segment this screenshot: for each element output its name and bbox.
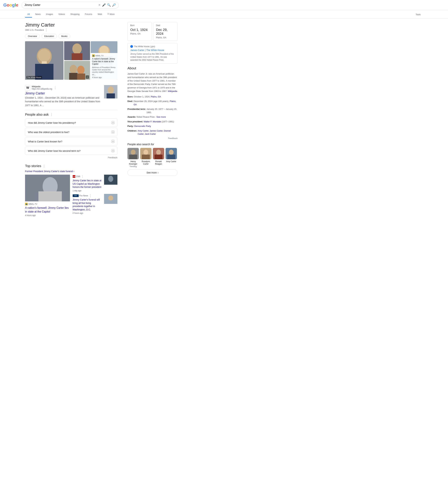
also-search-section: People also search for Henry Kissinger T… — [128, 143, 177, 176]
svg-rect-7 — [72, 53, 82, 60]
awards-label: Awards: — [128, 115, 136, 119]
side-story-1-image[interactable] — [104, 175, 117, 185]
svg-rect-11 — [69, 73, 78, 80]
wh-source: The White House (.gov) — [130, 45, 175, 48]
wiki-more-button[interactable]: ⋮ — [54, 86, 57, 90]
search-button[interactable]: 🔎 — [112, 3, 116, 7]
tab-forums[interactable]: Forums — [82, 11, 95, 17]
paa-chevron-1: ∨ — [111, 121, 115, 124]
news-source-label: 📺 WBAL-TV — [92, 54, 116, 57]
born-label: Born — [130, 24, 149, 27]
children-label: Children: — [128, 129, 137, 136]
side-story-1-title[interactable]: Jimmy Carter lies in state at US Capitol… — [73, 179, 102, 188]
side-story-2-title[interactable]: Jimmy Carter's funeral will bring all fi… — [73, 198, 100, 211]
side-story-2-more[interactable]: ⋮ — [89, 194, 92, 197]
left-column: Jimmy Carter 39th U.S. President ⋮ Overv… — [25, 22, 117, 219]
entity-image-3[interactable]: ⤢ — [64, 61, 90, 80]
svg-rect-35 — [154, 155, 162, 159]
died-card: Died Dec 29, 2024 Plains, GA — [153, 22, 177, 41]
died-label: Died — [156, 24, 175, 27]
tab-all[interactable]: All — [25, 11, 32, 17]
entity-more-button[interactable]: ⋮ — [45, 28, 48, 32]
wbaltv-icon: 📺 — [92, 54, 95, 57]
image-grid: The White House — [25, 41, 117, 80]
awards-see-more-link[interactable]: See more — [157, 116, 166, 118]
main-story-image[interactable] — [25, 175, 70, 201]
pill-overview[interactable]: Overview — [25, 34, 40, 39]
paa-more-button[interactable]: ⋮ — [50, 113, 53, 116]
side-story-1-time: 1 day ago — [73, 189, 103, 192]
paa-item-2[interactable]: Who was the oldest president to live? ∨ — [25, 128, 117, 136]
lens-button[interactable]: 🔍 — [107, 3, 111, 7]
paa-item-3[interactable]: What is Carter best known for? ∨ — [25, 137, 117, 146]
info-row-children: Children: Amy Carter, James Carter, Donn… — [128, 129, 177, 136]
kissinger-tag: Trending — [128, 165, 139, 167]
paa-chevron-4: ∨ — [111, 149, 115, 152]
svg-rect-32 — [142, 155, 150, 159]
party-value: Democratic Party — [134, 124, 151, 128]
paa-item-1[interactable]: How did Jimmy Carter lose his presidency… — [25, 118, 117, 127]
tab-news[interactable]: News — [33, 11, 43, 17]
pill-books[interactable]: Books — [58, 34, 70, 39]
side-story-1-more[interactable]: ⋮ — [81, 175, 84, 178]
tab-web[interactable]: Web — [95, 11, 104, 17]
search-bar: Jimmy Carter ✕ 🎤 🔍 🔎 — [22, 2, 119, 8]
paa-question-3: What is Carter best known for? — [28, 140, 62, 143]
paa-feedback[interactable]: Feedback — [25, 156, 117, 159]
died-field-label: Died: — [128, 100, 133, 106]
party-link[interactable]: Democratic Party — [134, 125, 151, 127]
born-field-value: October 1, 1924, Plains, GA — [134, 95, 161, 98]
tab-images[interactable]: Images — [44, 11, 56, 17]
pill-education[interactable]: Education — [41, 34, 57, 39]
tab-videos[interactable]: Videos — [56, 11, 67, 17]
reagan-name: Ronald Reagan — [153, 160, 164, 165]
entity-news-image[interactable]: 📺 WBAL-TV A nation's farewell: Jimmy Car… — [91, 41, 117, 80]
paa-item-4[interactable]: Who did Jimmy Carter lose his second ter… — [25, 147, 117, 155]
children-value: Amy Carter, James Carter, Donnel Carter,… — [138, 129, 177, 136]
wbaltv-main-icon: 📺 — [25, 203, 28, 205]
paa-chevron-2: ∨ — [111, 130, 115, 134]
side-story-2-image[interactable] — [104, 194, 117, 204]
svg-rect-22 — [38, 191, 62, 201]
born-place-link[interactable]: Plains, GA — [151, 95, 161, 98]
clear-button[interactable]: ✕ — [98, 3, 101, 7]
search-input[interactable]: Jimmy Carter — [24, 3, 97, 7]
svg-point-3 — [38, 49, 51, 62]
wh-title[interactable]: James Carter | The White House — [130, 49, 175, 51]
news-desc: Admirers of President Jimmy Carter from … — [92, 66, 116, 76]
tab-more[interactable]: ⠿ More — [105, 11, 117, 17]
entity-subtitle: 39th U.S. President ⋮ — [25, 28, 117, 32]
tab-shopping[interactable]: Shopping — [68, 11, 82, 17]
kissinger-avatar — [128, 148, 139, 159]
main-story-title[interactable]: A nation's farewell: Jimmy Carter lies i… — [25, 206, 69, 213]
wiki-snippet: (October 1, 1924 – December 29, 2024) wa… — [25, 96, 101, 107]
about-feedback[interactable]: Feedback — [128, 137, 177, 139]
person-ronald-reagan[interactable]: Ronald Reagan — [153, 148, 164, 167]
about-wiki-link[interactable]: Wikipedia — [168, 90, 177, 92]
entity-name: Jimmy Carter — [25, 22, 117, 28]
died-place-link[interactable]: Plains, GA — [134, 100, 176, 106]
svg-point-28 — [131, 150, 136, 155]
tab-tools[interactable]: Tools — [413, 12, 423, 17]
person-rosalynn-carter[interactable]: Rosalynn Carter — [140, 148, 152, 167]
see-more-button[interactable]: See more › — [128, 170, 177, 176]
nav-tabs: All News Images Videos Shopping Forums W… — [0, 10, 448, 19]
children-link[interactable]: Amy Carter, James Carter, Donnel Carter,… — [138, 130, 171, 135]
person-henry-kissinger[interactable]: Henry Kissinger Trending — [128, 148, 139, 167]
image-stack: ⤢ — [64, 41, 90, 80]
top-stories-more-button[interactable]: ⋮ — [43, 164, 46, 168]
main-story-time: 4 hours ago — [25, 214, 70, 217]
people-also-ask: People also ask ⋮ How did Jimmy Carter l… — [25, 110, 117, 162]
wikipedia-image[interactable] — [104, 85, 117, 98]
wiki-title-link[interactable]: Jimmy Carter — [25, 91, 45, 95]
expand-image-button[interactable]: ⤢ — [86, 75, 89, 79]
news-time: 4 hours ago — [92, 76, 116, 78]
info-row-awards: Awards: Nobel Peace Prize · See more — [128, 115, 177, 119]
vp-link[interactable]: Walter F. Mondale — [144, 120, 161, 123]
party-label: Party: — [128, 124, 134, 128]
entity-main-image[interactable]: The White House — [25, 41, 64, 80]
story-funeral-link[interactable]: Former President Jimmy Carter's state fu… — [25, 170, 117, 173]
entity-image-2[interactable] — [64, 41, 90, 60]
person-amy-carter[interactable]: Amy Carter — [166, 148, 177, 167]
voice-search-button[interactable]: 🎤 — [102, 3, 106, 7]
